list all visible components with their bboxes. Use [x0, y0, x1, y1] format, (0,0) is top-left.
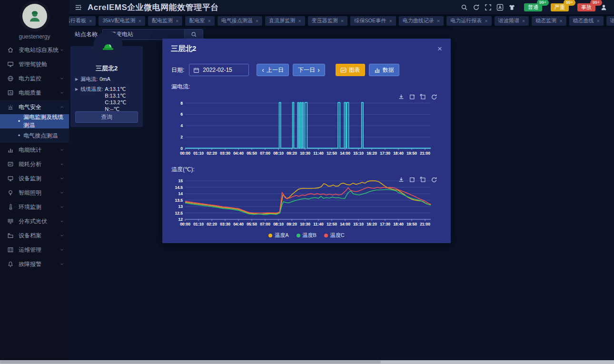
dashboard-icon: [7, 61, 14, 68]
horizontal-scrollbar[interactable]: [0, 360, 614, 364]
sidebar-item-8[interactable]: 智能照明: [0, 186, 69, 200]
tab-close-icon[interactable]: ×: [89, 18, 92, 24]
tab-0[interactable]: 运行看板×: [69, 16, 96, 26]
sidebar-item-2[interactable]: 电力监控: [0, 71, 69, 86]
sidebar-item-13[interactable]: 故障报警: [0, 257, 69, 271]
data-zoom-icon[interactable]: [420, 177, 426, 183]
sidebar-item-label: 智能照明: [19, 189, 59, 197]
close-icon[interactable]: ×: [437, 46, 442, 52]
menu-collapse-icon[interactable]: [75, 4, 82, 11]
legend-item-1[interactable]: 温度B: [297, 232, 317, 239]
sidebar-item-3[interactable]: 电能质量: [0, 86, 69, 100]
data-view-button[interactable]: 数据: [369, 64, 399, 76]
tab-11[interactable]: 稳态监测×: [532, 16, 566, 26]
refresh-icon[interactable]: [431, 94, 437, 100]
svg-text:12: 12: [178, 217, 183, 222]
sidebar-item-11[interactable]: 设备档案: [0, 228, 69, 243]
tab-close-icon[interactable]: ×: [485, 18, 487, 24]
sidebar-item-4[interactable]: 电气安全: [0, 100, 69, 114]
avatar[interactable]: [22, 4, 47, 29]
scrollbar-thumb[interactable]: [0, 361, 381, 364]
tab-1[interactable]: 35kV配电监测×: [99, 16, 145, 26]
svg-text:00:00: 00:00: [180, 151, 190, 156]
svg-text:14.5: 14.5: [175, 185, 183, 190]
svg-text:12:50: 12:50: [327, 222, 337, 226]
fullscreen-icon[interactable]: [485, 4, 492, 11]
tab-13[interactable]: 谐波曲线×: [606, 16, 614, 26]
prev-day-button[interactable]: ‹上一日: [257, 64, 289, 76]
sidebar-subitem-4-1[interactable]: •电气接点测温: [0, 128, 69, 143]
svg-text:04:40: 04:40: [233, 151, 244, 156]
next-day-button[interactable]: 下一日›: [293, 64, 325, 76]
bullet-icon: •: [18, 132, 20, 139]
svg-text:2: 2: [180, 135, 183, 139]
download-icon[interactable]: [398, 94, 405, 100]
detail-dialog: 三层北2 × 日期: 2022-02-15 ‹上一日 下一日› 图表: [162, 39, 451, 243]
alarm-badge-2[interactable]: 事故99+: [577, 3, 595, 11]
svg-text:17:30: 17:30: [380, 151, 390, 156]
svg-text:21:00: 21:00: [420, 222, 430, 226]
tab-4[interactable]: 电气接点测温×: [218, 16, 262, 26]
refresh-icon[interactable]: [431, 177, 437, 183]
restore-view-icon[interactable]: [409, 177, 416, 183]
tab-close-icon[interactable]: ×: [597, 18, 600, 24]
svg-text:01:10: 01:10: [193, 222, 204, 226]
tab-close-icon[interactable]: ×: [298, 18, 301, 24]
legend-item-2[interactable]: 温度C: [324, 232, 345, 239]
cable-temp-row: ▶ 线缆温度: A:13.1℃B:13.1℃C:13.2℃N:--℃: [70, 86, 143, 112]
tab-close-icon[interactable]: ×: [256, 18, 258, 24]
font-size-icon[interactable]: [496, 4, 504, 11]
theme-icon[interactable]: [508, 4, 515, 11]
query-button[interactable]: 查询: [75, 111, 138, 123]
sidebar-item-9[interactable]: 环境监测: [0, 200, 69, 214]
tab-5[interactable]: 直流屏监测×: [265, 16, 305, 26]
tab-close-icon[interactable]: ×: [208, 18, 210, 24]
tab-3[interactable]: 配电室×: [185, 16, 214, 26]
tab-2[interactable]: 配电监测×: [148, 16, 182, 26]
search-icon[interactable]: [461, 4, 468, 11]
sidebar-item-label: 变电站综自系统: [19, 46, 59, 54]
tab-7[interactable]: 综保SOE事件×: [350, 16, 396, 26]
topbar-actions: 普通99+严重99+事故99+: [461, 3, 614, 11]
tab-label: 谐波曲线: [610, 17, 614, 24]
svg-text:0: 0: [180, 146, 183, 151]
device-icon: [7, 175, 14, 182]
sidebar-item-6[interactable]: 能耗分析: [0, 157, 69, 171]
alarm-badge-0[interactable]: 普通99+: [524, 3, 542, 11]
tab-label: 电力运行报表: [450, 17, 482, 24]
tab-9[interactable]: 电力运行报表×: [446, 16, 491, 26]
legend-marker: [268, 234, 272, 237]
tab-12[interactable]: 稳态曲线×: [569, 16, 604, 26]
sidebar-item-12[interactable]: 运维管理: [0, 243, 69, 257]
pv-icon: [7, 218, 14, 225]
alarm-badge-1[interactable]: 严重99+: [551, 3, 569, 11]
legend-item-0[interactable]: 温度A: [268, 232, 288, 239]
restore-view-icon[interactable]: [409, 94, 416, 100]
tab-close-icon[interactable]: ×: [341, 18, 344, 24]
tab-close-icon[interactable]: ×: [437, 18, 440, 24]
refresh-icon[interactable]: [473, 4, 480, 11]
tab-close-icon[interactable]: ×: [389, 18, 392, 24]
leak-current-row: ▶ 漏电流:0mA: [70, 76, 143, 83]
ops-icon: [7, 246, 14, 253]
tab-close-icon[interactable]: ×: [139, 18, 141, 24]
svg-text:00:00: 00:00: [180, 222, 190, 226]
tab-close-icon[interactable]: ×: [559, 18, 562, 24]
tab-close-icon[interactable]: ×: [522, 18, 525, 24]
date-picker[interactable]: 2022-02-15: [189, 64, 249, 76]
sidebar-subitem-4-0[interactable]: •漏电监测及线缆测温: [0, 114, 69, 128]
sidebar-item-10[interactable]: 分布式光伏: [0, 214, 69, 228]
chart-view-button[interactable]: 图表: [336, 64, 365, 76]
tab-10[interactable]: 谐波频谱×: [495, 16, 529, 26]
sidebar-item-7[interactable]: 设备监测: [0, 171, 69, 186]
sidebar-item-1[interactable]: 管理驾驶舱: [0, 57, 69, 71]
svg-text:02:20: 02:20: [207, 222, 217, 226]
download-icon[interactable]: [398, 177, 405, 183]
tab-label: 谐波频谱: [498, 17, 519, 24]
sidebar-item-5[interactable]: 电能统计: [0, 143, 69, 157]
tab-6[interactable]: 变压器监测×: [308, 16, 347, 26]
sidebar-item-0[interactable]: 变电站综自系统: [0, 43, 69, 57]
tab-close-icon[interactable]: ×: [176, 18, 178, 24]
data-zoom-icon[interactable]: [420, 94, 426, 100]
tab-8[interactable]: 电力曲线记录×: [399, 16, 444, 26]
